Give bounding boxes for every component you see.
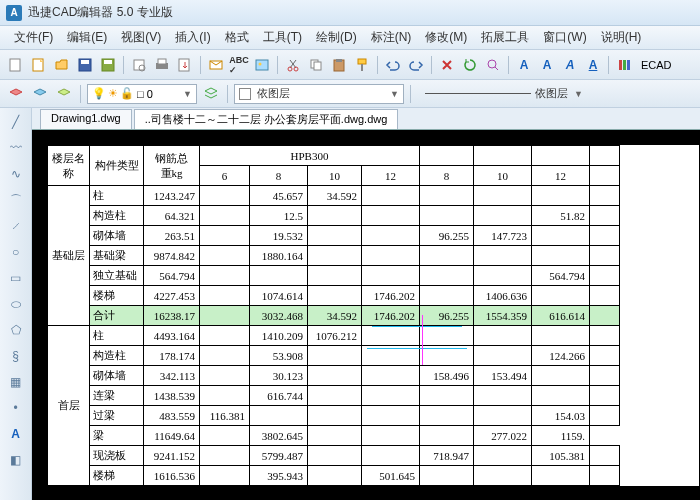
refresh-icon[interactable] [460,55,480,75]
layer-state-dropdown[interactable]: 💡 ☀ 🔓 □ 0 ▼ [87,84,197,104]
paste-icon[interactable] [329,55,349,75]
menu-item[interactable]: 编辑(E) [61,27,113,48]
cell-value: 1410.209 [250,326,308,346]
circle-tool-icon[interactable]: ○ [6,242,26,262]
polyline-tool-icon[interactable]: 〰 [6,138,26,158]
books-icon[interactable] [614,55,634,75]
chevron-down-icon: ▼ [390,89,399,99]
cell-value: 616.744 [250,386,308,406]
curve-tool-icon[interactable]: ⟋ [6,216,26,236]
print-icon[interactable] [152,55,172,75]
document-tab[interactable]: ..司售楼十二～二十二层 办公套房层平面.dwg.dwg [134,109,399,129]
menu-item[interactable]: 标注(N) [365,27,418,48]
menu-item[interactable]: 修改(M) [419,27,473,48]
cell-value: 1616.536 [144,466,200,486]
separator [227,85,228,103]
point-tool-icon[interactable]: • [6,398,26,418]
component-type: 基础梁 [90,246,144,266]
text-a3-icon[interactable]: A [560,55,580,75]
cell-value [474,446,532,466]
save-icon[interactable] [75,55,95,75]
copy-icon[interactable] [306,55,326,75]
cell-value: 342.113 [144,366,200,386]
menu-item[interactable]: 窗口(W) [537,27,592,48]
cell-value [308,466,362,486]
menu-item[interactable]: 绘制(D) [310,27,363,48]
cell-value: 1076.212 [308,326,362,346]
arc-tool-icon[interactable]: ⌒ [6,190,26,210]
cell-value: 45.657 [250,186,308,206]
menu-item[interactable]: 工具(T) [257,27,308,48]
cell-value [308,206,362,226]
separator [508,56,509,74]
cell-value [590,386,620,406]
menu-item[interactable]: 插入(I) [169,27,216,48]
cell-value: 277.022 [474,426,532,446]
spline-tool-icon[interactable]: ∿ [6,164,26,184]
rect-tool-icon[interactable]: ▭ [6,268,26,288]
undo-icon[interactable] [383,55,403,75]
format-paint-icon[interactable] [352,55,372,75]
cell-value [420,386,474,406]
component-type: 柱 [90,186,144,206]
text-a4-icon[interactable]: A [583,55,603,75]
document-tab[interactable]: Drawing1.dwg [40,109,132,129]
ellipse-tool-icon[interactable]: ⬭ [6,294,26,314]
cell-value [308,426,362,446]
cell-value [362,206,420,226]
image-icon[interactable] [252,55,272,75]
export-icon[interactable] [175,55,195,75]
helix-tool-icon[interactable]: § [6,346,26,366]
linetype-bylayer-dropdown[interactable]: 依图层 ▼ [417,84,587,104]
sun-icon: ☀ [108,87,118,100]
component-type: 合计 [90,306,144,326]
menu-item[interactable]: 视图(V) [115,27,167,48]
polygon-tool-icon[interactable]: ⬠ [6,320,26,340]
menu-item[interactable]: 说明(H) [595,27,648,48]
document-tabs: Drawing1.dwg..司售楼十二～二十二层 办公套房层平面.dwg.dwg [32,108,700,130]
cell-value [420,266,474,286]
text-a1-icon[interactable]: A [514,55,534,75]
lock-icon: 🔓 [120,87,134,100]
cell-value: 1406.636 [474,286,532,306]
cell-value [532,326,590,346]
new-doc-icon[interactable] [29,55,49,75]
text-tool-icon[interactable]: A [6,424,26,444]
svg-point-22 [488,60,496,68]
cut-icon[interactable] [283,55,303,75]
table-sheet: 楼层名称构件类型钢筋总重kgHPB30068101281012基础层柱1243.… [46,144,700,487]
open-icon[interactable] [52,55,72,75]
menu-item[interactable]: 格式 [219,27,255,48]
print-preview-icon[interactable] [129,55,149,75]
line-tool-icon[interactable]: ╱ [6,112,26,132]
zoom-extents-icon[interactable] [483,55,503,75]
layer-props-icon[interactable] [201,84,221,104]
color-bylayer-dropdown[interactable]: 依图层 ▼ [234,84,404,104]
menu-item[interactable]: 拓展工具 [475,27,535,48]
layer-tool3-icon[interactable] [54,84,74,104]
text-a2-icon[interactable]: A [537,55,557,75]
drawing-canvas[interactable]: 楼层名称构件类型钢筋总重kgHPB30068101281012基础层柱1243.… [32,130,700,500]
cell-value: 3802.645 [250,426,308,446]
cell-value: 1159. [532,426,590,446]
bulb-icon: 💡 [92,87,106,100]
spellcheck-icon[interactable]: ABC✓ [229,55,249,75]
save-as-icon[interactable] [98,55,118,75]
cell-value [590,246,620,266]
redo-icon[interactable] [406,55,426,75]
separator [410,85,411,103]
layer-tool2-icon[interactable] [30,84,50,104]
block-tool-icon[interactable]: ◧ [6,450,26,470]
cell-value [532,366,590,386]
hatch-tool-icon[interactable]: ▦ [6,372,26,392]
email-icon[interactable] [206,55,226,75]
separator [377,56,378,74]
cell-value [308,226,362,246]
cell-value [308,286,362,306]
chevron-down-icon: ▼ [183,89,192,99]
layer-tool1-icon[interactable] [6,84,26,104]
cell-value [474,186,532,206]
new-icon[interactable] [6,55,26,75]
menu-item[interactable]: 文件(F) [8,27,59,48]
delete-icon[interactable] [437,55,457,75]
